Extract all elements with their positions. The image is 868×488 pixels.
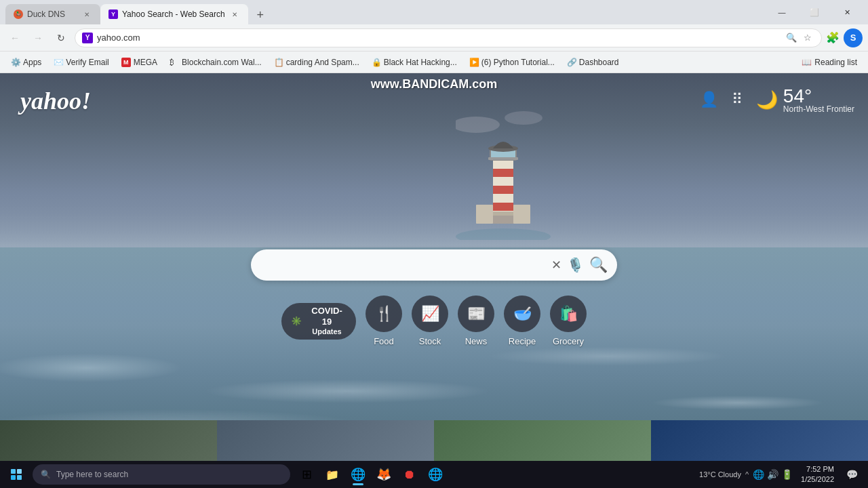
- quick-link-stock[interactable]: 📈 Stock: [412, 296, 448, 346]
- battery-icon[interactable]: 🔋: [781, 469, 793, 480]
- yahoo-logo-text: yahoo!: [20, 87, 91, 115]
- recipe-label: Recipe: [509, 336, 536, 346]
- tab-close-yahoo[interactable]: ✕: [229, 9, 240, 20]
- taskbar-search[interactable]: 🔍 Type here to search: [33, 464, 290, 485]
- address-favicon: Y: [82, 33, 93, 43]
- address-bar[interactable]: Y yahoo.com 🔍 ☆: [75, 28, 822, 47]
- weather-location: North-West Frontier: [783, 104, 854, 114]
- address-text: yahoo.com: [97, 33, 781, 43]
- bookmark-carding[interactable]: 📋 carding And Spam...: [269, 56, 365, 69]
- user-icon[interactable]: 👤: [700, 91, 718, 108]
- bookmark-dashboard[interactable]: 🔗 Dashboard: [561, 56, 625, 69]
- quick-link-covid[interactable]: ✳️ COVID-19 Updates: [281, 303, 356, 340]
- taskbar-recorder[interactable]: ⏺: [397, 462, 422, 487]
- task-view-icon: ⊞: [302, 467, 312, 482]
- bookmark-icon[interactable]: ☆: [801, 31, 814, 45]
- yahoo-logo[interactable]: yahoo!: [20, 87, 91, 115]
- grocery-icon: 🛍️: [550, 296, 587, 332]
- extensions-icon[interactable]: 🧩: [826, 31, 840, 45]
- reading-list-button[interactable]: 📖 Reading list: [796, 56, 863, 69]
- taskbar-task-view[interactable]: ⊞: [294, 462, 319, 487]
- thumbnail-3: [434, 420, 651, 461]
- start-button[interactable]: [4, 462, 28, 487]
- recorder-icon: ⏺: [403, 468, 416, 482]
- bookmark-mega[interactable]: M MEGA: [116, 56, 163, 69]
- bookmark-favicon-blockchain: ₿: [170, 58, 179, 67]
- quick-link-covid-icon: ✳️ COVID-19 Updates: [281, 303, 356, 340]
- search-submit-button[interactable]: 🔍: [589, 256, 608, 274]
- bookmark-label-carding: carding And Spam...: [286, 58, 359, 67]
- back-button[interactable]: ←: [5, 28, 24, 47]
- top-right-icons: 👤 ⠿ 🌙 54° North-West Frontier: [700, 85, 854, 114]
- tab-favicon-yahoo: Y: [108, 9, 118, 19]
- tab-close-duck[interactable]: ✕: [81, 9, 92, 20]
- bookmark-label-blackhat: Black Hat Hacking...: [384, 58, 457, 67]
- tab-yahoo[interactable]: Y Yahoo Search - Web Search ✕: [100, 4, 248, 24]
- nav-bar: ← → ↻ Y yahoo.com 🔍 ☆ 🧩 S: [0, 24, 868, 52]
- svg-rect-9: [488, 157, 518, 160]
- minimize-button[interactable]: —: [766, 2, 797, 22]
- quick-link-recipe[interactable]: 🥣 Recipe: [504, 296, 540, 346]
- bookmark-favicon-email: ✉️: [54, 58, 63, 67]
- bookmark-apps[interactable]: ⚙️ Apps: [5, 56, 47, 69]
- profile-button[interactable]: S: [844, 28, 863, 47]
- file-explorer-icon: 📁: [326, 468, 339, 481]
- forward-button[interactable]: →: [28, 28, 47, 47]
- quick-link-grocery[interactable]: 🛍️ Grocery: [550, 296, 587, 346]
- taskbar-search-placeholder: Type here to search: [56, 470, 128, 479]
- taskbar-file-explorer[interactable]: 📁: [320, 462, 344, 487]
- windows-logo: [11, 469, 22, 480]
- bookmark-blockchain[interactable]: ₿ Blockchain.com Wal...: [164, 56, 267, 69]
- taskbar-clock[interactable]: 7:52 PM 1/25/2022: [797, 464, 838, 485]
- maximize-button[interactable]: ⬜: [799, 2, 830, 22]
- taskbar: 🔍 Type here to search ⊞ 📁 🌐 🦊 ⏺ 🌐: [0, 461, 868, 488]
- bookmark-label-python: (6) Python Tutorial...: [481, 58, 555, 67]
- firefox-icon: 🦊: [376, 467, 391, 482]
- taskbar-chrome[interactable]: 🌐: [346, 462, 370, 487]
- network-icon[interactable]: 🌐: [753, 469, 764, 480]
- news-icon: 📰: [458, 296, 494, 332]
- stock-icon: 📈: [412, 296, 448, 332]
- taskbar-firefox[interactable]: 🦊: [372, 462, 396, 487]
- covid-icon: ✳️: [291, 316, 302, 326]
- page-info-icon[interactable]: 🔍: [785, 31, 798, 45]
- news-label: News: [465, 336, 488, 346]
- systray-show-hidden[interactable]: ^: [744, 470, 750, 479]
- search-box[interactable]: ✕ 🎙️ 🔍: [251, 249, 617, 281]
- bookmark-label-mega: MEGA: [134, 58, 157, 67]
- svg-rect-12: [476, 205, 493, 224]
- bookmark-favicon-carding: 📋: [274, 58, 283, 67]
- bookmark-label-blockchain: Blockchain.com Wal...: [182, 58, 262, 67]
- new-tab-button[interactable]: +: [251, 5, 270, 24]
- volume-icon[interactable]: 🔊: [767, 469, 778, 480]
- notification-button[interactable]: 💬: [842, 465, 861, 484]
- reading-list-label: Reading list: [814, 58, 857, 67]
- taskbar-search-icon: 🔍: [41, 470, 51, 479]
- lighthouse-image: [456, 104, 551, 243]
- svg-point-1: [505, 111, 542, 125]
- taskbar-edge[interactable]: 🌐: [423, 462, 448, 487]
- svg-point-0: [456, 117, 500, 133]
- weather-widget[interactable]: 🌙 54° North-West Frontier: [756, 85, 854, 114]
- reading-list-icon: 📖: [802, 58, 812, 67]
- search-clear-button[interactable]: ✕: [551, 258, 561, 272]
- title-bar: 🦆 Duck DNS ✕ Y Yahoo Search - Web Search…: [0, 0, 868, 24]
- tab-duck-dns[interactable]: 🦆 Duck DNS ✕: [5, 4, 100, 24]
- bookmark-favicon-mega: M: [121, 58, 131, 67]
- reload-button[interactable]: ↻: [52, 28, 71, 47]
- search-container: ✕ 🎙️ 🔍: [251, 249, 617, 281]
- page-content: www.BANDICAM.com: [0, 73, 868, 461]
- apps-grid-icon[interactable]: ⠿: [732, 91, 743, 108]
- tab-favicon-duck: 🦆: [14, 9, 23, 19]
- bookmark-verify-email[interactable]: ✉️ Verify Email: [48, 56, 114, 69]
- close-button[interactable]: ✕: [831, 2, 863, 22]
- quick-links: ✳️ COVID-19 Updates 🍴 Food 📈 Stock 📰: [281, 296, 587, 346]
- quick-link-news[interactable]: 📰 News: [458, 296, 494, 346]
- bookmark-python[interactable]: ▶️ (6) Python Tutorial...: [464, 56, 560, 69]
- search-voice-button[interactable]: 🎙️: [567, 257, 584, 273]
- quick-link-food[interactable]: 🍴 Food: [366, 296, 402, 346]
- bookmark-blackhat[interactable]: 🔒 Black Hat Hacking...: [366, 56, 462, 69]
- bookmark-label-dashboard: Dashboard: [579, 58, 619, 67]
- thumbnail-1: [0, 420, 217, 461]
- search-input[interactable]: [260, 259, 546, 271]
